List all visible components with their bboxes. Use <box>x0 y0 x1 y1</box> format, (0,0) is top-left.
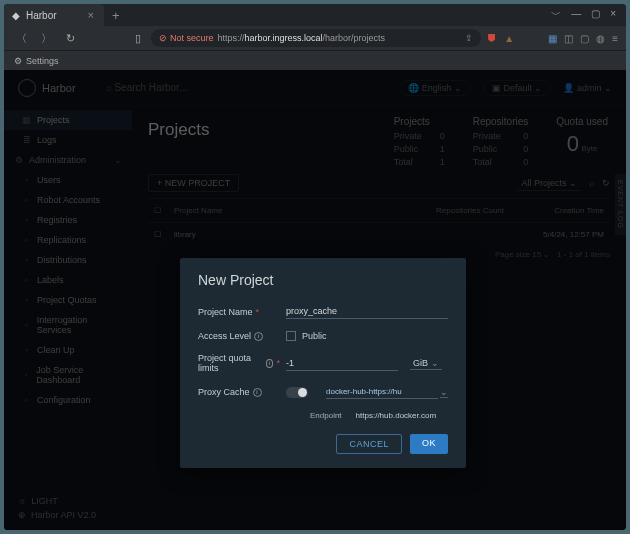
endpoint-value: https://hub.docker.com <box>356 411 437 420</box>
bookmark-settings[interactable]: Settings <box>26 56 59 66</box>
ext1-icon[interactable]: ▦ <box>548 33 557 44</box>
public-checkbox[interactable] <box>286 331 296 341</box>
info-icon[interactable]: i <box>254 332 263 341</box>
quota-input[interactable] <box>286 356 398 371</box>
url-text: https://harbor.ingress.local/harbor/proj… <box>218 33 386 43</box>
tab-title: Harbor <box>26 10 57 21</box>
new-project-modal: New Project Project Name* Access Leveli … <box>180 258 466 468</box>
warning-ext-icon[interactable]: ▲ <box>504 33 514 44</box>
back-icon[interactable]: 〈 <box>12 31 31 46</box>
registry-select[interactable]: docker-hub-https://hu <box>326 385 438 399</box>
label-project-name: Project Name* <box>198 307 280 317</box>
cancel-button[interactable]: CANCEL <box>336 434 402 454</box>
bookmark-icon[interactable]: ▯ <box>131 32 145 45</box>
label-proxy: Proxy Cachei <box>198 387 280 397</box>
gear-icon: ⚙ <box>14 56 22 66</box>
quota-unit-select[interactable]: GiB <box>410 357 442 370</box>
warning-icon: ⊘ <box>159 33 167 43</box>
profile-icon[interactable]: ◍ <box>596 33 605 44</box>
browser-tab[interactable]: ◆ Harbor × <box>4 4 104 26</box>
chevron-down-icon: ⌄ <box>440 387 448 398</box>
security-badge: ⊘ Not secure <box>159 33 214 43</box>
tab-favicon: ◆ <box>12 10 20 21</box>
label-access: Access Leveli <box>198 331 280 341</box>
ext3-icon[interactable]: ▢ <box>580 33 589 44</box>
forward-icon[interactable]: 〉 <box>37 31 56 46</box>
window-close-icon[interactable]: × <box>610 8 616 22</box>
proxy-toggle[interactable] <box>286 387 308 398</box>
ublock-icon[interactable]: ⛊ <box>487 33 497 44</box>
url-input[interactable]: ⊘ Not secure https://harbor.ingress.loca… <box>151 29 481 47</box>
share-icon[interactable]: ⇪ <box>465 33 473 43</box>
project-name-input[interactable] <box>286 304 448 319</box>
close-icon[interactable]: × <box>86 9 96 21</box>
menu-icon[interactable]: ≡ <box>612 33 618 44</box>
minimize-icon[interactable]: ﹀ <box>551 8 561 22</box>
bookmark-bar: ⚙ Settings <box>4 50 626 70</box>
ext2-icon[interactable]: ◫ <box>564 33 573 44</box>
label-endpoint: Endpoint <box>310 411 342 420</box>
modal-title: New Project <box>198 272 448 288</box>
info-icon[interactable]: i <box>266 359 274 368</box>
reload-icon[interactable]: ↻ <box>62 32 79 45</box>
label-quota: Project quota limitsi* <box>198 353 280 373</box>
browser-tab-bar: ◆ Harbor × + ﹀ — ▢ × <box>4 4 626 26</box>
address-bar: 〈 〉 ↻ ▯ ⊘ Not secure https://harbor.ingr… <box>4 26 626 50</box>
window-max-icon[interactable]: ▢ <box>591 8 600 22</box>
ok-button[interactable]: OK <box>410 434 448 454</box>
window-min-icon[interactable]: — <box>571 8 581 22</box>
info-icon[interactable]: i <box>253 388 262 397</box>
new-tab-button[interactable]: + <box>104 8 128 23</box>
